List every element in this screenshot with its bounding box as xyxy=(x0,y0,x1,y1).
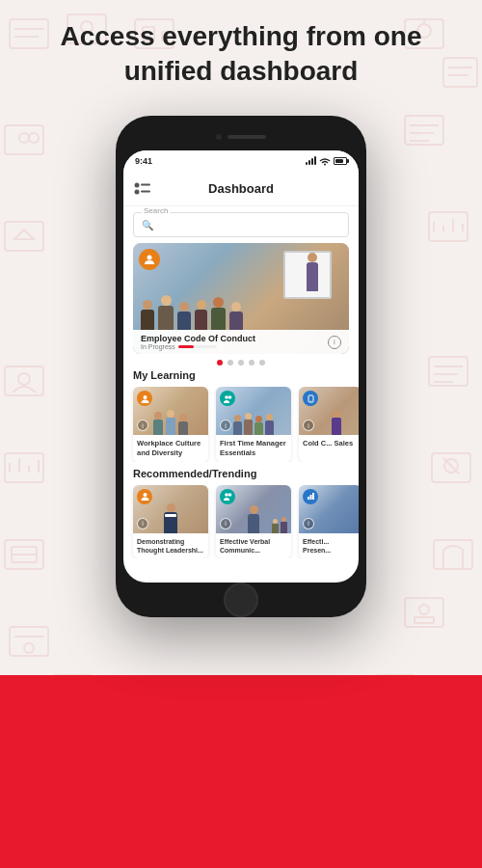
rec-card-image-1: i xyxy=(133,485,208,533)
card-badge-2 xyxy=(220,391,235,406)
rec-badge-3 xyxy=(303,489,318,504)
carousel-card[interactable]: Employee Code Of Conduct In Progress i xyxy=(133,243,349,354)
svg-point-71 xyxy=(135,182,140,187)
group-icon xyxy=(224,492,232,501)
my-learning-section: My Learning i xyxy=(123,369,359,462)
battery-icon xyxy=(334,157,347,165)
dot-5[interactable] xyxy=(259,360,265,366)
card-image-3: i xyxy=(299,387,359,435)
rec-info-1: i xyxy=(137,518,148,529)
phone-screen: 9:41 xyxy=(123,150,359,583)
phone-outer-shell: 9:41 xyxy=(116,116,366,617)
menu-icon[interactable] xyxy=(133,182,150,196)
carousel-badge xyxy=(139,249,160,270)
svg-rect-85 xyxy=(309,495,311,500)
red-background xyxy=(0,675,482,868)
recommended-cards: i Demonstrating Thought Leadershi... xyxy=(123,485,359,558)
svg-point-73 xyxy=(135,189,140,194)
rec-info-3: i xyxy=(303,518,314,529)
card-label-2: First Time Manager Essentials xyxy=(216,435,291,462)
home-button[interactable] xyxy=(224,583,258,617)
svg-point-53 xyxy=(18,373,30,385)
rec-label-3: Effecti... Presen... xyxy=(299,533,359,558)
svg-point-83 xyxy=(228,493,231,497)
rec-badge-1 xyxy=(137,489,152,504)
my-learning-cards: i xyxy=(123,387,359,462)
rec-card-2[interactable]: i xyxy=(216,485,291,558)
info-button[interactable]: i xyxy=(328,336,341,349)
svg-rect-21 xyxy=(5,222,43,251)
wifi-icon xyxy=(319,157,331,166)
rec-card-3[interactable]: i Effecti... Presen... xyxy=(299,485,359,558)
pagination-dots xyxy=(133,354,349,369)
svg-rect-63 xyxy=(432,453,470,482)
card-image-2: i xyxy=(216,387,291,435)
search-icon: 🔍 xyxy=(142,220,153,231)
signal-icon xyxy=(306,157,316,165)
phone-icon xyxy=(307,394,315,403)
rec-card-image-2: i xyxy=(216,485,291,533)
dot-4[interactable] xyxy=(249,360,254,366)
hamburger-icon xyxy=(133,182,150,196)
phone-top-bar xyxy=(123,127,359,147)
svg-point-82 xyxy=(225,493,228,497)
svg-point-15 xyxy=(19,133,29,143)
svg-rect-28 xyxy=(10,627,48,656)
search-box[interactable]: Search 🔍 xyxy=(133,212,349,237)
recommended-section: Recommended/Trending i xyxy=(123,462,359,558)
svg-rect-86 xyxy=(312,493,314,500)
rec-card-1[interactable]: i Demonstrating Thought Leadershi... xyxy=(133,485,208,558)
svg-rect-84 xyxy=(308,497,309,500)
dot-1[interactable] xyxy=(217,360,223,366)
search-container: Search 🔍 xyxy=(123,206,359,243)
svg-point-16 xyxy=(29,133,39,143)
carousel-info: Employee Code Of Conduct In Progress i xyxy=(133,330,349,354)
app-title: Dashboard xyxy=(208,181,274,196)
my-learning-title: My Learning xyxy=(123,369,359,387)
svg-rect-74 xyxy=(141,190,150,192)
status-bar: 9:41 xyxy=(123,150,359,172)
svg-rect-52 xyxy=(5,366,43,395)
group-icon xyxy=(224,394,232,403)
recommended-title: Recommended/Trending xyxy=(123,468,359,485)
course-card-1[interactable]: i xyxy=(133,387,208,462)
svg-point-75 xyxy=(147,256,152,260)
course-card-3[interactable]: i Cold C... Sales xyxy=(299,387,359,462)
header-title: Access everything from one unified dashb… xyxy=(19,19,463,90)
rec-info-2: i xyxy=(220,518,231,529)
phone-speaker xyxy=(228,135,266,139)
phone-camera xyxy=(216,134,222,140)
carousel-title: Employee Code Of Conduct xyxy=(141,334,255,343)
carousel-section: Employee Code Of Conduct In Progress i xyxy=(123,243,359,369)
chart-icon xyxy=(307,492,315,501)
rec-label-1: Demonstrating Thought Leadershi... xyxy=(133,533,208,558)
status-time: 9:41 xyxy=(135,156,152,166)
svg-point-76 xyxy=(143,395,147,399)
svg-marker-22 xyxy=(14,230,34,239)
svg-rect-72 xyxy=(141,183,150,185)
card-label-3: Cold C... Sales xyxy=(299,435,359,452)
page-header: Access everything from one unified dashb… xyxy=(0,19,482,90)
course-card-2[interactable]: i xyxy=(216,387,291,462)
phone-mockup: 9:41 xyxy=(116,116,366,617)
card-image-1: i xyxy=(133,387,208,435)
app-header: Dashboard xyxy=(123,172,359,206)
progress-bar xyxy=(178,345,217,348)
svg-point-81 xyxy=(143,493,147,497)
search-label: Search xyxy=(142,206,170,215)
rec-badge-2 xyxy=(220,489,235,504)
card-label-1: Workplace Culture and Diversity xyxy=(133,435,208,462)
dot-2[interactable] xyxy=(228,360,233,366)
progress-fill xyxy=(178,345,194,348)
rec-card-image-3: i xyxy=(299,485,359,533)
svg-point-77 xyxy=(225,395,228,399)
person-icon xyxy=(141,394,149,403)
svg-point-32 xyxy=(419,605,429,614)
carousel-status: In Progress xyxy=(141,343,255,350)
card-badge-3 xyxy=(303,391,318,406)
svg-rect-69 xyxy=(434,540,472,569)
dot-3[interactable] xyxy=(238,360,244,366)
card-badge-1 xyxy=(137,391,152,406)
person-icon xyxy=(141,492,149,501)
status-icons xyxy=(306,157,347,166)
